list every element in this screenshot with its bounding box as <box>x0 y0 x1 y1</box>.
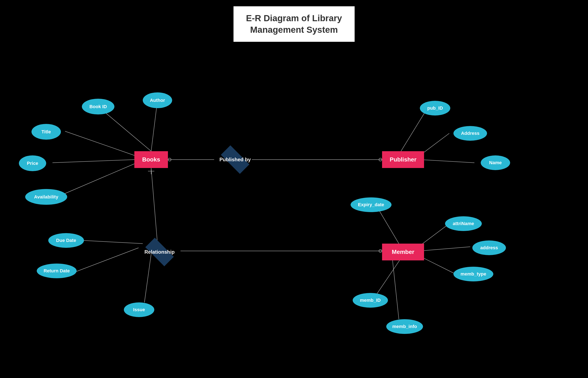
title-box: E-R Diagram of Library Management System <box>234 6 354 42</box>
attribute-memb-info: memb_info <box>386 319 423 334</box>
relationship-published-by: Published by <box>214 149 256 170</box>
attribute-issue: Issue <box>124 302 154 317</box>
svg-line-13 <box>75 248 139 272</box>
svg-line-16 <box>420 224 449 246</box>
attribute-attri-name: attriName <box>445 216 482 231</box>
svg-line-9 <box>420 160 474 163</box>
svg-point-23 <box>379 249 382 252</box>
attribute-address-mem: address <box>472 241 506 255</box>
entity-member: Member <box>382 243 424 260</box>
svg-line-3 <box>52 160 134 163</box>
attribute-return-date: Return Date <box>37 264 77 278</box>
attribute-due-date: Due Date <box>48 233 84 248</box>
svg-point-22 <box>379 158 382 161</box>
diagram-lines <box>0 0 588 378</box>
attribute-name: Name <box>481 155 510 170</box>
relationship-main: Relationship <box>139 242 181 262</box>
svg-line-2 <box>65 131 134 155</box>
svg-line-10 <box>151 168 157 243</box>
attribute-pub-id: pub_ID <box>420 101 450 116</box>
attribute-book-id: Book ID <box>82 99 114 114</box>
diagram-title: E-R Diagram of Library Management System <box>246 13 342 36</box>
attribute-memb-type: memb_type <box>453 267 493 281</box>
svg-line-7 <box>401 110 426 151</box>
attribute-expiry-date: Expiry_date <box>351 197 392 212</box>
svg-line-8 <box>420 133 449 155</box>
entity-books: Books <box>134 151 168 168</box>
attribute-memb-id: memb_ID <box>353 293 388 308</box>
svg-line-20 <box>392 260 399 319</box>
attribute-availability: Availability <box>25 189 67 205</box>
svg-point-21 <box>168 158 171 161</box>
svg-line-12 <box>83 241 143 243</box>
svg-line-19 <box>373 258 401 299</box>
attribute-author: Author <box>143 92 172 108</box>
attribute-title: Title <box>31 124 61 140</box>
svg-line-18 <box>420 256 456 274</box>
entity-publisher: Publisher <box>382 151 424 168</box>
attribute-price: Price <box>19 155 46 171</box>
svg-line-4 <box>58 164 134 196</box>
attribute-address-pub: Address <box>453 126 487 141</box>
svg-line-17 <box>420 247 470 251</box>
